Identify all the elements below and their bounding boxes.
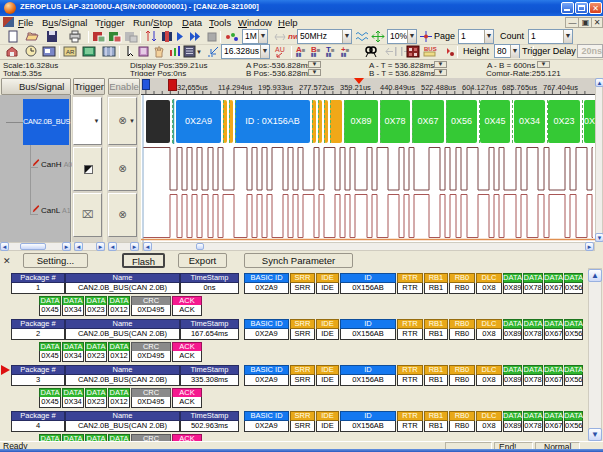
svg-text:BUS: BUS [424,46,437,52]
svg-text:AR: AR [66,49,75,55]
svg-text:AU: AU [275,46,285,53]
